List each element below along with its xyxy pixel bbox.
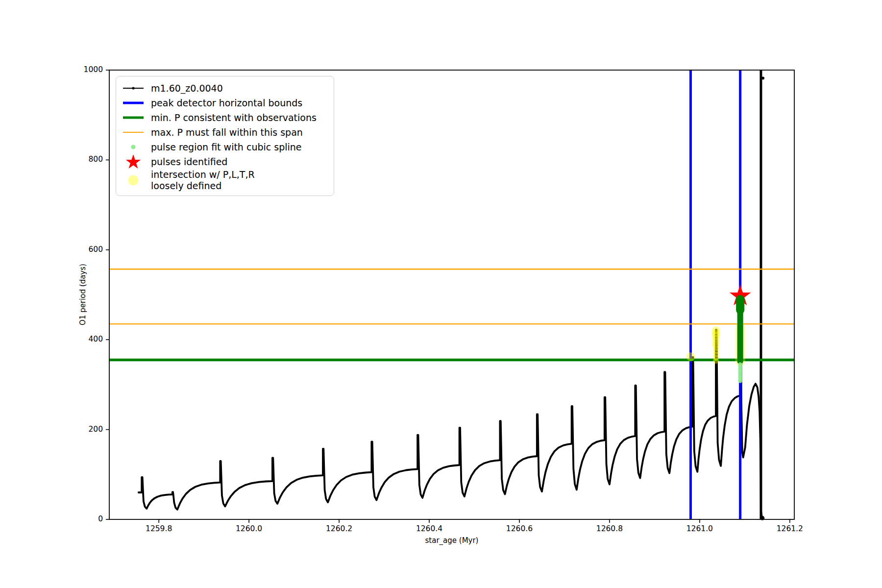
x-tick-label: 1261.0 xyxy=(686,524,713,533)
series-black-curve xyxy=(139,299,762,518)
legend-label: min. P consistent with observations xyxy=(151,112,317,123)
x-axis-label: star_age (Myr) xyxy=(425,536,479,545)
line-sample-icon xyxy=(122,81,145,96)
legend-marker xyxy=(122,110,145,125)
y-tick-label: 0 xyxy=(74,514,103,523)
y-axis-label: O1 period (days) xyxy=(78,264,87,325)
x-tick-label: 1260.4 xyxy=(416,524,442,533)
intersection-dot xyxy=(686,352,695,361)
y-tick-label: 800 xyxy=(74,155,103,164)
thick-line-sample-icon xyxy=(122,96,145,110)
legend-label: pulse region fit with cubic spline xyxy=(151,142,302,153)
x-tick-label: 1260.2 xyxy=(326,524,352,533)
x-tick-label: 1260.8 xyxy=(596,524,623,533)
legend-marker xyxy=(122,154,145,169)
legend: m1.60_z0.0040peak detector horizontal bo… xyxy=(116,76,334,196)
legend-marker xyxy=(122,125,145,140)
y-tick-label: 200 xyxy=(74,425,103,434)
legend-label: m1.60_z0.0040 xyxy=(151,83,223,94)
dot-icon xyxy=(122,173,145,188)
y-tick-label: 1000 xyxy=(74,65,103,74)
x-tick-label: 1261.2 xyxy=(777,524,803,533)
x-tick-label: 1260.6 xyxy=(506,524,533,533)
legend-item-6: pulses identified xyxy=(122,154,329,169)
dot-icon xyxy=(122,140,145,154)
legend-marker xyxy=(122,96,145,110)
legend-item-5: pulse region fit with cubic spline xyxy=(122,140,329,154)
x-tick-label: 1260.0 xyxy=(236,524,262,533)
figure: star_age (Myr) O1 period (days) 1259.812… xyxy=(0,0,882,588)
legend-item-3: min. P consistent with observations xyxy=(122,110,329,125)
legend-marker xyxy=(122,81,145,96)
thin-line-sample-icon xyxy=(122,125,145,140)
star-icon xyxy=(122,154,145,169)
legend-item-1: m1.60_z0.0040 xyxy=(122,81,329,96)
y-tick-label: 400 xyxy=(74,335,103,343)
legend-label: max. P must fall within this span xyxy=(151,127,303,138)
x-tick-label: 1259.8 xyxy=(146,524,172,533)
intersection-dot xyxy=(712,326,720,334)
legend-marker xyxy=(122,140,145,154)
y-tick-label: 600 xyxy=(74,245,103,254)
spline-fit-dot xyxy=(738,362,742,366)
legend-item-2: peak detector horizontal bounds xyxy=(122,96,329,110)
legend-item-7: intersection w/ P,L,T,R loosely defined xyxy=(122,169,329,192)
event-top-dot xyxy=(761,77,764,80)
legend-label: pulses identified xyxy=(151,156,227,168)
legend-marker xyxy=(122,173,145,188)
thick-line-sample-icon xyxy=(122,110,145,125)
legend-label: intersection w/ P,L,T,R loosely defined xyxy=(151,169,255,192)
legend-label: peak detector horizontal bounds xyxy=(151,98,302,109)
legend-item-4: max. P must fall within this span xyxy=(122,125,329,140)
